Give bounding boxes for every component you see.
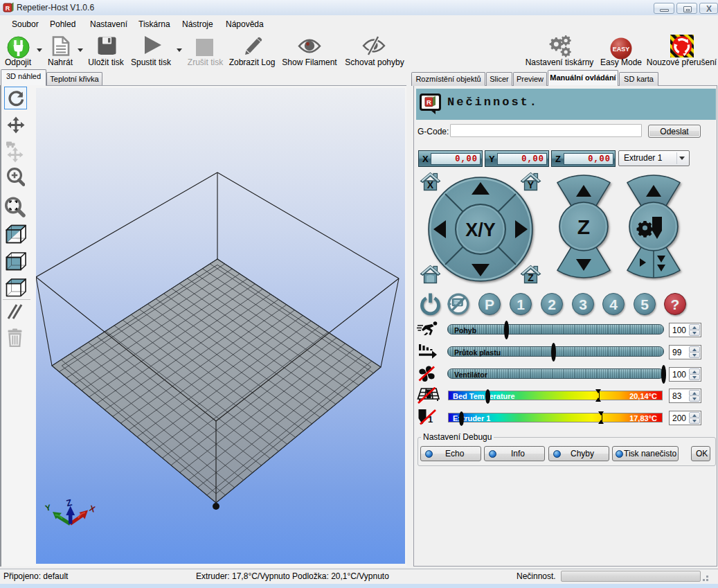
svg-text:R: R: [427, 98, 431, 106]
svg-text:3: 3: [579, 296, 587, 312]
svg-text:R: R: [6, 5, 10, 12]
svg-text:2: 2: [548, 296, 556, 312]
svg-text:P: P: [485, 296, 494, 312]
svg-text:X: X: [427, 179, 434, 190]
svg-text:Z: Z: [528, 272, 534, 283]
svg-text:EASY: EASY: [613, 46, 630, 53]
svg-text:X/Y: X/Y: [465, 220, 496, 240]
svg-text:Y: Y: [528, 179, 535, 190]
svg-text:1: 1: [517, 296, 525, 312]
svg-text:X: X: [706, 5, 712, 13]
svg-text:4: 4: [609, 296, 618, 312]
svg-text:Z: Z: [577, 215, 590, 238]
svg-text:?: ?: [671, 296, 680, 312]
svg-text:5: 5: [640, 296, 649, 312]
